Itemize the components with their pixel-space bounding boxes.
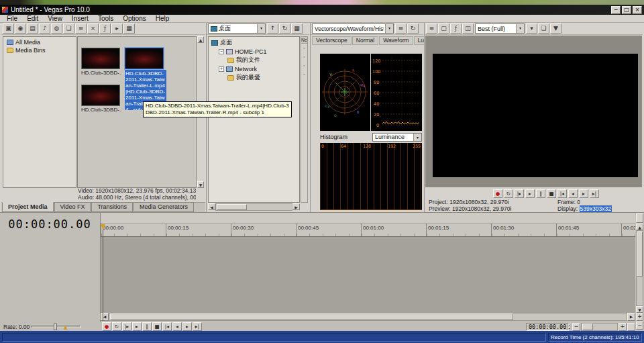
views-button[interactable]: ▦ xyxy=(291,23,303,34)
clip-thumbnail[interactable] xyxy=(81,85,120,106)
menu-edit[interactable]: Edit xyxy=(22,15,43,23)
menu-file[interactable]: File xyxy=(2,15,22,23)
minimize-button[interactable]: − xyxy=(611,6,621,14)
track-zoom-in-button[interactable]: + xyxy=(636,313,643,321)
preview-play-button[interactable]: ▸ xyxy=(525,189,535,198)
timeline-stop-button[interactable]: ■ xyxy=(152,322,162,331)
preview-pause-button[interactable]: ‖ xyxy=(536,189,545,198)
preview-stop-button[interactable]: ■ xyxy=(547,189,556,198)
scroll-down-icon[interactable]: ▼ xyxy=(636,306,643,313)
timeline-play-from-start-button[interactable]: |▸ xyxy=(122,322,131,331)
cursor-position-box[interactable]: 00:00:00.00 ▴ ▾ xyxy=(526,323,569,331)
zoom-out-button[interactable]: − xyxy=(572,323,580,331)
tree-item-my-documents[interactable]: 我的文件 xyxy=(209,56,299,64)
import-media-button[interactable]: ▣ xyxy=(3,23,14,34)
scrollbar-track[interactable] xyxy=(109,313,627,321)
timeline-vertical-scrollbar[interactable]: ▲ ▼ xyxy=(636,224,643,313)
chevron-down-icon[interactable]: ▾ xyxy=(516,24,524,33)
timeline-horizontal-scrollbar[interactable]: ◀ ▶ xyxy=(101,313,635,321)
menu-options[interactable]: Options xyxy=(118,15,150,23)
scrollbar-thumb[interactable] xyxy=(637,232,643,277)
spin-down-icon[interactable]: ▾ xyxy=(568,327,570,330)
preview-go-end-button[interactable]: ▸| xyxy=(590,189,599,198)
column-header-name[interactable]: Ne xyxy=(301,37,307,44)
external-monitor-button[interactable]: ▢ xyxy=(438,23,449,34)
tree-item-network[interactable]: + Network xyxy=(209,64,299,73)
close-button[interactable]: × xyxy=(633,6,642,14)
views-button[interactable]: ▦ xyxy=(123,23,135,34)
timeline-record-button[interactable]: ● xyxy=(102,322,111,331)
collapse-icon[interactable]: − xyxy=(219,49,224,54)
track-header-divider[interactable] xyxy=(100,213,101,322)
scroll-down-icon[interactable]: ▼ xyxy=(197,181,204,188)
media-fx-button[interactable]: ƒ xyxy=(99,23,111,34)
timeline-prev-frame-button[interactable]: ◂ xyxy=(172,322,182,331)
chevron-down-icon[interactable]: ▾ xyxy=(413,134,421,141)
remove-media-button[interactable]: × xyxy=(87,23,99,34)
zoom-track[interactable] xyxy=(581,323,618,331)
preview-play-from-start-button[interactable]: |▸ xyxy=(515,189,524,198)
scope-tab-waveform[interactable]: Waveform xyxy=(379,36,413,45)
track-zoom-out-button[interactable]: − xyxy=(636,322,643,330)
spin-buttons[interactable]: ▴ ▾ xyxy=(568,324,570,330)
scope-tab-normal[interactable]: Normal xyxy=(352,36,378,45)
zoom-thumb[interactable] xyxy=(582,324,593,330)
preview-media-button[interactable]: ▸ xyxy=(111,23,123,34)
tree-item-media-bins[interactable]: Media Bins xyxy=(3,46,76,54)
menu-insert[interactable]: Insert xyxy=(67,15,93,23)
refresh-button[interactable]: ↻ xyxy=(279,23,290,34)
save-snapshot-button[interactable]: ▼ xyxy=(550,23,561,34)
preview-loop-button[interactable]: ↻ xyxy=(504,189,513,198)
overlays-button[interactable]: ▾ xyxy=(526,23,537,34)
rate-slider[interactable] xyxy=(31,326,80,328)
clip-thumbnail[interactable] xyxy=(81,48,120,69)
scroll-left-icon[interactable]: ◀ xyxy=(208,203,215,210)
menu-help[interactable]: Help xyxy=(151,15,174,23)
tree-item-all-media[interactable]: All Media xyxy=(3,38,76,46)
scope-settings-button[interactable]: ≡ xyxy=(395,23,407,34)
track-area[interactable] xyxy=(101,237,635,313)
refresh-scopes-button[interactable]: ↻ xyxy=(407,23,419,34)
zoom-in-button[interactable]: + xyxy=(619,323,627,331)
scrollbar-thumb[interactable] xyxy=(217,204,247,210)
timeline-pause-button[interactable]: ‖ xyxy=(142,322,152,331)
extract-audio-button[interactable]: ♪ xyxy=(39,23,50,34)
titlebar[interactable]: Untitled * - Vegas Pro 10.0 −□× xyxy=(0,5,644,15)
media-clip-1[interactable]: HD.Club-3DBD-... xyxy=(81,48,123,76)
timeline-loop-button[interactable]: ↻ xyxy=(112,322,121,331)
tab-video-fx[interactable]: Video FX xyxy=(54,202,91,212)
scope-layout-select[interactable]: Vectorscope/Waveform/Histogram ▾ xyxy=(312,23,394,34)
scrollbar-track[interactable] xyxy=(215,203,292,211)
media-properties-button[interactable]: ≡ xyxy=(75,23,87,34)
tab-project-media[interactable]: Project Media xyxy=(2,202,54,212)
media-clip-3[interactable]: HD.Club-3DBD-... xyxy=(81,85,123,113)
get-media-web-button[interactable]: ◍ xyxy=(51,23,62,34)
histogram-channel-select[interactable]: Luminance ▾ xyxy=(372,133,422,142)
marker-bar[interactable] xyxy=(101,213,635,224)
timeline-go-end-button[interactable]: ▸| xyxy=(193,322,202,331)
playhead-line[interactable] xyxy=(103,230,103,321)
scroll-right-icon[interactable]: ▶ xyxy=(292,203,300,210)
clip-thumbnail[interactable] xyxy=(125,48,164,69)
tab-media-generators[interactable]: Media Generators xyxy=(133,202,194,212)
menu-view[interactable]: View xyxy=(43,15,67,23)
timeline-ruler[interactable]: 00:00:00 00:00:15 00:00:30 00:00:45 00:0… xyxy=(101,224,635,237)
tree-item-home-pc1[interactable]: − HOME-PC1 xyxy=(209,47,299,56)
get-photo-button[interactable]: ▤ xyxy=(27,23,38,34)
up-one-level-button[interactable]: ↑ xyxy=(267,23,278,34)
explorer-scrollbar[interactable]: ◀ ▶ xyxy=(208,203,300,211)
preview-quality-select[interactable]: Best (Full) ▾ xyxy=(475,23,525,34)
rate-slider-thumb[interactable] xyxy=(54,324,57,330)
new-bin-button[interactable]: ❏ xyxy=(63,23,74,34)
video-fx-button[interactable]: ƒ xyxy=(450,23,462,34)
timeline-play-button[interactable]: ▸ xyxy=(132,322,142,331)
scope-tab-vectorscope[interactable]: Vectorscope xyxy=(312,36,352,45)
maximize-button[interactable]: □ xyxy=(622,6,631,14)
preview-prev-frame-button[interactable]: ◂ xyxy=(568,189,578,198)
explorer-address-select[interactable]: 桌面 ▾ xyxy=(208,23,266,34)
timeline-next-frame-button[interactable]: ▸ xyxy=(182,322,192,331)
scroll-right-icon[interactable]: ▶ xyxy=(627,313,635,321)
scroll-up-icon[interactable]: ▲ xyxy=(636,224,643,230)
project-properties-button[interactable]: ≡ xyxy=(426,23,437,34)
split-screen-button[interactable]: ◫ xyxy=(462,23,474,34)
